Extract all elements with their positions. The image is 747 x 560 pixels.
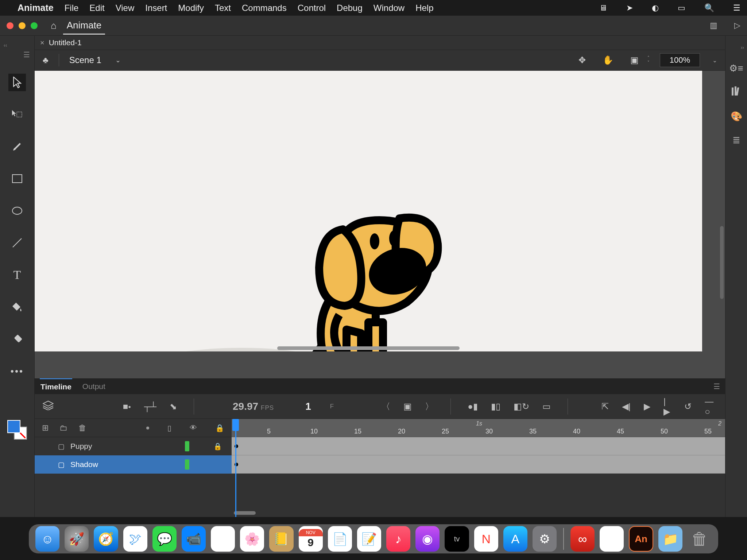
playhead[interactable] bbox=[235, 419, 236, 517]
step-forward-icon[interactable]: 〉 bbox=[425, 401, 434, 412]
text-tool[interactable]: T bbox=[8, 266, 26, 284]
scene-chevron-icon[interactable]: ⌄ bbox=[115, 56, 121, 64]
dock-app-maps[interactable]: 🗺 bbox=[211, 526, 235, 552]
control-center-icon[interactable]: ☰ bbox=[733, 3, 740, 13]
track-puppy[interactable] bbox=[232, 437, 725, 455]
doc-tab-label[interactable]: Untitled-1 bbox=[49, 38, 82, 47]
auto-keyframe-icon[interactable]: ◧↻ bbox=[514, 401, 529, 412]
timeline-ruler[interactable]: 1s 5 10 15 20 25 30 35 40 45 50 55 2 bbox=[232, 419, 725, 437]
collapse-chevron-icon[interactable]: ›› bbox=[741, 44, 744, 50]
menu-help[interactable]: Help bbox=[415, 3, 433, 13]
menu-control[interactable]: Control bbox=[298, 3, 326, 13]
menu-commands[interactable]: Commands bbox=[242, 3, 287, 13]
dock-app-reminders[interactable]: 📝 bbox=[357, 526, 381, 552]
dock-app-mail[interactable]: 🕊 bbox=[123, 526, 147, 552]
dock-app-safari[interactable]: 🧭 bbox=[94, 526, 118, 552]
menu-insert[interactable]: Insert bbox=[145, 3, 167, 13]
tab-output[interactable]: Output bbox=[82, 379, 106, 394]
dock-app-launchpad[interactable]: 🚀 bbox=[65, 526, 89, 552]
dock-app-music[interactable]: ♪ bbox=[386, 526, 410, 552]
display-icon[interactable]: 🖥 bbox=[599, 3, 607, 13]
tab-timeline[interactable]: Timeline bbox=[40, 378, 72, 394]
oval-tool[interactable] bbox=[8, 202, 26, 219]
workspace-label[interactable]: Animate bbox=[63, 16, 105, 35]
more-tools-icon[interactable]: ••• bbox=[8, 362, 26, 380]
eraser-tool[interactable] bbox=[8, 330, 26, 348]
delete-layer-icon[interactable]: 🗑 bbox=[78, 423, 86, 433]
col-highlight-icon[interactable] bbox=[146, 427, 149, 429]
current-frame-display[interactable]: 1 bbox=[305, 401, 311, 412]
scene-icon[interactable]: ♣ bbox=[43, 55, 49, 65]
new-layer-icon[interactable]: ⊞ bbox=[42, 423, 49, 433]
dock-app-appstore[interactable]: A bbox=[503, 526, 527, 552]
dock-app-preview[interactable]: 🖼 bbox=[600, 526, 624, 552]
clip-stage-icon[interactable]: ▣ bbox=[630, 55, 639, 65]
stage-h-scrollbar[interactable] bbox=[277, 346, 460, 350]
center-stage-icon[interactable]: ✥ bbox=[578, 55, 586, 65]
fill-swatch[interactable] bbox=[7, 420, 20, 433]
dock-downloads[interactable]: 📁 bbox=[658, 526, 682, 552]
col-outline-icon[interactable]: ▯ bbox=[167, 424, 171, 432]
timeline-zoom-slider[interactable]: —○ bbox=[705, 396, 717, 417]
stage-v-scrollbar[interactable] bbox=[720, 226, 724, 299]
screen-mirror-icon[interactable]: ▭ bbox=[678, 3, 685, 13]
free-transform-tool[interactable] bbox=[8, 106, 26, 123]
brush-tool[interactable] bbox=[8, 138, 26, 155]
col-lock-icon[interactable]: 🔒 bbox=[215, 424, 224, 432]
timeline-tracks[interactable]: 1s 5 10 15 20 25 30 35 40 45 50 55 2 bbox=[232, 419, 725, 517]
scene-selector[interactable]: Scene 1 bbox=[69, 55, 101, 65]
window-minimize-button[interactable] bbox=[19, 22, 26, 29]
menu-window[interactable]: Window bbox=[374, 3, 405, 13]
timeline-panel-menu-icon[interactable]: ☰ bbox=[713, 382, 720, 391]
panels-icon[interactable]: ▥ bbox=[710, 21, 717, 30]
layer-row-puppy[interactable]: ▢ Puppy 🔒 bbox=[35, 437, 232, 455]
window-close-button[interactable] bbox=[7, 22, 13, 29]
layer-depth-icon[interactable]: ⬊ bbox=[170, 401, 177, 412]
go-first-frame-icon[interactable]: ◀| bbox=[622, 401, 631, 412]
dock-app-notes[interactable]: 📄 bbox=[328, 526, 352, 552]
layer-row-shadow[interactable]: ▢ Shadow 🔒 bbox=[35, 455, 232, 474]
menu-text[interactable]: Text bbox=[215, 3, 231, 13]
go-last-frame-icon[interactable]: |▶ bbox=[663, 396, 671, 417]
menu-file[interactable]: File bbox=[65, 3, 79, 13]
line-tool[interactable] bbox=[8, 234, 26, 252]
rotate-view-icon[interactable]: ✋ bbox=[603, 55, 614, 65]
window-zoom-button[interactable] bbox=[31, 22, 38, 29]
dock-app-contacts[interactable]: 📒 bbox=[269, 526, 293, 552]
play-preview-icon[interactable]: ▷ bbox=[734, 21, 740, 30]
paint-bucket-tool[interactable] bbox=[8, 298, 26, 316]
dock-app-facetime[interactable]: 📹 bbox=[182, 526, 206, 552]
dock-app-creative-cloud[interactable]: ∞ bbox=[570, 526, 595, 552]
cursor-icon[interactable]: ➤ bbox=[626, 3, 633, 13]
layer-lock-icon[interactable]: 🔒 bbox=[213, 442, 222, 451]
collapse-chevron-icon[interactable]: ‹‹ bbox=[4, 42, 7, 48]
fps-display[interactable]: 29.97FPS bbox=[233, 401, 274, 412]
new-folder-icon[interactable]: 🗀 bbox=[59, 423, 67, 433]
dock-app-photos[interactable]: 🌸 bbox=[240, 526, 264, 552]
layer-parenting-icon[interactable]: ┬┴ bbox=[144, 401, 156, 412]
track-shadow[interactable] bbox=[232, 455, 725, 474]
home-button[interactable]: ⌂ bbox=[51, 20, 57, 31]
stage[interactable] bbox=[35, 71, 702, 351]
dock-trash[interactable]: 🗑 bbox=[688, 526, 712, 552]
dock-app-news[interactable]: N bbox=[474, 526, 498, 552]
play-icon[interactable]: ▶ bbox=[644, 401, 650, 412]
dock-app-animate[interactable]: An bbox=[629, 526, 653, 552]
dock-app-finder[interactable]: ☺ bbox=[35, 526, 59, 552]
step-back-icon[interactable]: 〈 bbox=[382, 401, 390, 412]
loop-export-icon[interactable]: ⇱ bbox=[601, 401, 609, 412]
loop-toggle-icon[interactable]: ↺ bbox=[684, 401, 692, 412]
menu-modify[interactable]: Modify bbox=[178, 3, 204, 13]
dock-app-settings[interactable]: ⚙ bbox=[533, 526, 557, 552]
panel-menu-icon[interactable]: ☰ bbox=[23, 50, 30, 59]
dock-app-podcasts[interactable]: ◉ bbox=[415, 526, 440, 552]
frame-insert-icon[interactable]: ▭ bbox=[542, 401, 551, 412]
col-visibility-icon[interactable]: 👁 bbox=[190, 424, 197, 432]
stop-icon[interactable]: ▣ bbox=[403, 401, 412, 412]
spotlight-icon[interactable]: 🔍 bbox=[704, 3, 714, 13]
zoom-chevron-icon[interactable]: ⌄ bbox=[712, 57, 717, 64]
selection-tool[interactable] bbox=[8, 74, 26, 91]
layers-icon[interactable] bbox=[43, 401, 54, 412]
menu-edit[interactable]: Edit bbox=[89, 3, 104, 13]
add-camera-icon[interactable]: ■● bbox=[123, 401, 131, 412]
